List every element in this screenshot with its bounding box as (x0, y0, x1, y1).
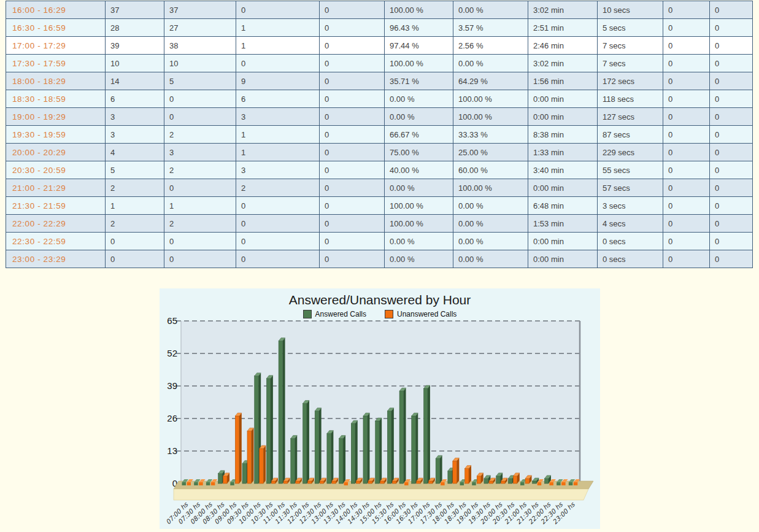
answered-bar (355, 420, 358, 484)
value-cell: 0:00 min (528, 179, 598, 197)
unanswered-bar (320, 481, 324, 484)
value-cell: 100.00 % (453, 90, 528, 108)
unanswered-bar (465, 469, 469, 484)
answered-bar (206, 482, 210, 485)
value-cell: 0 (320, 37, 385, 55)
unanswered-bar (271, 481, 275, 484)
chart-title: Answered/Unanswered by Hour (160, 288, 600, 307)
value-cell: 3 (106, 108, 164, 126)
time-range-cell: 18:30 - 18:59 (6, 90, 106, 108)
table-row: 17:00 - 17:2939381097.44 %2.56 %2:46 min… (6, 37, 753, 55)
value-cell: 229 secs (598, 144, 663, 161)
value-cell: 0 (663, 1, 710, 19)
value-cell: 8:38 min (528, 126, 598, 144)
unanswered-bar (428, 481, 433, 484)
answered-unanswered-chart: Answered/Unanswered by Hour Answered Cal… (160, 288, 600, 529)
answered-bar (415, 413, 418, 484)
value-cell: 0 (320, 19, 385, 37)
value-cell: 2:51 min (528, 19, 598, 37)
value-cell: 0 (663, 55, 710, 72)
value-cell: 1 (236, 126, 320, 144)
report-table-body: 16:00 - 16:29373700100.00 %0.00 %3:02 mi… (6, 1, 753, 268)
answered-bar (436, 458, 440, 484)
value-cell: 33.33 % (453, 126, 528, 144)
answered-bar (484, 479, 488, 484)
table-row: 16:00 - 16:29373700100.00 %0.00 %3:02 mi… (6, 1, 753, 19)
value-cell: 5 (106, 161, 164, 179)
time-range-cell: 21:00 - 21:29 (6, 179, 106, 197)
value-cell: 0 secs (598, 250, 663, 268)
value-cell: 6:48 min (528, 197, 598, 215)
unanswered-bar (247, 431, 252, 484)
value-cell: 1:53 min (528, 215, 598, 233)
value-cell: 100.00 % (385, 1, 453, 19)
value-cell: 2:46 min (528, 37, 598, 55)
value-cell: 0 (663, 215, 710, 233)
unanswered-bar (263, 445, 266, 484)
value-cell: 0 (710, 55, 753, 72)
answered-bar (569, 482, 573, 485)
unanswered-bar (199, 482, 203, 485)
value-cell: 0.00 % (453, 1, 528, 19)
time-range-cell: 16:00 - 16:29 (6, 1, 106, 19)
value-cell: 0 (236, 1, 320, 19)
answered-bar (508, 479, 512, 484)
unanswered-bar (513, 476, 517, 484)
answered-bar (557, 482, 561, 485)
value-cell: 38 (164, 37, 236, 55)
value-cell: 0 (710, 233, 753, 250)
value-cell: 3 (236, 161, 320, 179)
answered-bar (496, 476, 501, 484)
chart-legend: Answered Calls Unanswered Calls (160, 310, 600, 318)
value-cell: 37 (164, 1, 236, 19)
value-cell: 0 (663, 179, 710, 197)
value-cell: 0.00 % (453, 233, 528, 250)
answered-bar (428, 385, 430, 484)
value-cell: 64.29 % (453, 72, 528, 90)
unanswered-bar (368, 481, 372, 484)
value-cell: 0 (663, 161, 710, 179)
y-tick-label: 39 (167, 380, 177, 391)
value-cell: 0 (710, 179, 753, 197)
value-cell: 0 (320, 179, 385, 197)
value-cell: 0:00 min (528, 250, 598, 268)
answered-bar (404, 388, 406, 484)
value-cell: 0 (106, 233, 164, 250)
unanswered-bar (380, 481, 385, 484)
value-cell: 118 secs (598, 90, 663, 108)
answered-bar (391, 408, 394, 484)
value-cell: 0.00 % (453, 55, 528, 72)
answered-bar (283, 338, 285, 484)
value-cell: 1:56 min (528, 72, 598, 90)
value-cell: 9 (236, 72, 320, 90)
unanswered-swatch-icon (385, 310, 393, 318)
value-cell: 0.00 % (385, 108, 453, 126)
value-cell: 100.00 % (453, 108, 528, 126)
value-cell: 0 (236, 197, 320, 215)
value-cell: 87 secs (598, 126, 663, 144)
value-cell: 2 (106, 215, 164, 233)
answered-bar (315, 411, 319, 484)
unanswered-bar (549, 482, 553, 485)
answered-bar (302, 404, 307, 484)
time-range-cell: 18:00 - 18:29 (6, 72, 106, 90)
table-row: 19:30 - 19:59321066.67 %33.33 %8:38 min8… (6, 126, 753, 144)
value-cell: 0 (663, 233, 710, 250)
value-cell: 40.00 % (385, 161, 453, 179)
value-cell: 0 (710, 161, 753, 179)
unanswered-bar (260, 449, 264, 484)
value-cell: 127 secs (598, 108, 663, 126)
time-range-cell: 16:30 - 16:59 (6, 19, 106, 37)
answered-bar (363, 416, 368, 484)
value-cell: 3:40 min (528, 161, 598, 179)
value-cell: 39 (106, 37, 164, 55)
answered-bar (440, 455, 442, 484)
value-cell: 100.00 % (385, 55, 453, 72)
value-cell: 0 (663, 72, 710, 90)
answered-bar (255, 376, 259, 484)
y-tick-label: 26 (167, 413, 177, 423)
answered-bar (367, 413, 369, 484)
value-cell: 0.00 % (385, 233, 453, 250)
answered-bar (423, 388, 428, 484)
answered-bar (182, 482, 187, 485)
